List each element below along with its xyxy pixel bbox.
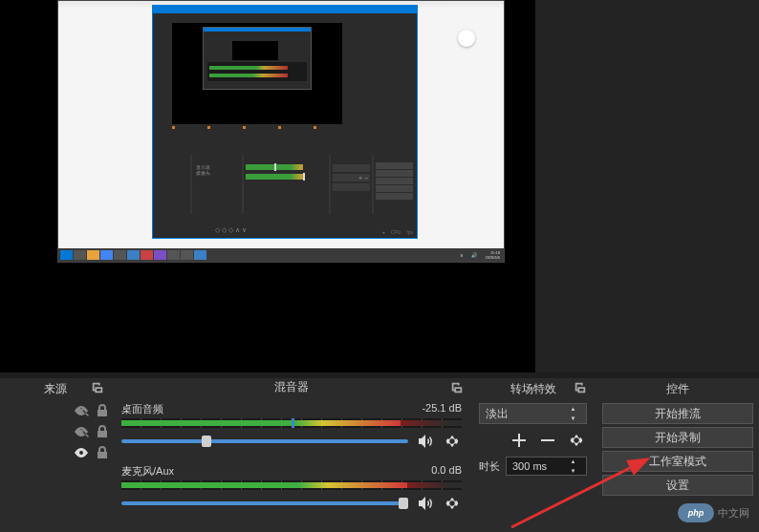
channel-level: -25.1 dB (422, 402, 462, 416)
nested-mixer-panel: 🔊 🔊 (244, 155, 330, 214)
mixer-title: 混音器 (274, 379, 309, 395)
chevron-up-icon[interactable]: ▲ (566, 404, 580, 414)
transitions-title: 转场特效 (510, 381, 556, 397)
controls-title: 控件 (666, 381, 689, 397)
channel-level: 0.0 dB (431, 464, 462, 479)
add-transition-button[interactable] (509, 430, 530, 451)
gear-icon[interactable] (443, 432, 462, 451)
nested-obs-window: 显示器 摄像头 🔊 🔊 (152, 5, 418, 239)
channel-name: 桌面音频 (121, 402, 163, 416)
slider-thumb[interactable] (399, 498, 408, 509)
chevron-up-icon[interactable]: ▲ (566, 457, 580, 466)
lock-icon[interactable] (95, 403, 110, 418)
dock-detach-icon[interactable] (91, 381, 106, 396)
mixer-header: 混音器 (114, 378, 469, 396)
audio-meter (121, 418, 462, 428)
start-recording-button[interactable]: 开始录制 (602, 427, 753, 448)
duration-value: 300 ms (512, 460, 547, 472)
watermark-text: 中文网 (718, 506, 749, 521)
right-dark-area (535, 0, 759, 372)
remove-transition-button[interactable] (537, 430, 558, 451)
sources-panel: 来源 (0, 378, 110, 532)
visibility-icon[interactable] (74, 403, 89, 418)
mixer-channel-desktop: 桌面音频 -25.1 dB (121, 402, 462, 451)
nested-taskbar: ∧🔊 15:18 2020/6/6 (58, 248, 504, 262)
transition-select[interactable]: 淡出 ▲ ▼ (479, 403, 587, 424)
nested-preview (172, 23, 342, 124)
nested-sources-panel: 显示器 摄像头 (192, 155, 242, 214)
preview-area: 显示器 摄像头 🔊 🔊 (0, 0, 535, 372)
speaker-icon[interactable] (416, 494, 435, 513)
mixer-panel: 混音器 桌面音频 -25.1 dB (114, 378, 469, 532)
nested-scenes-panel (155, 155, 190, 214)
embedded-desktop: 显示器 摄像头 🔊 🔊 (57, 0, 505, 263)
gear-icon[interactable] (566, 430, 587, 451)
bottom-dock: 来源 (0, 378, 759, 532)
user-avatar-badge (458, 30, 475, 47)
controls-header: 控件 (596, 378, 759, 399)
dock-detach-icon[interactable] (574, 381, 589, 396)
dock-detach-icon[interactable] (450, 381, 466, 396)
speaker-icon[interactable] (416, 432, 435, 451)
audio-meter (121, 480, 462, 490)
studio-mode-button[interactable]: 工作室模式 (602, 451, 753, 472)
chevron-down-icon[interactable]: ▼ (566, 466, 580, 476)
transitions-panel: 转场特效 淡出 ▲ ▼ (473, 378, 593, 532)
mixer-channel-mic: 麦克风/Aux 0.0 dB (121, 464, 462, 513)
start-streaming-button[interactable]: 开始推流 (602, 403, 753, 424)
transitions-header: 转场特效 (473, 378, 593, 399)
sources-header: 来源 (0, 378, 110, 399)
volume-slider[interactable] (121, 439, 408, 443)
chevron-down-icon[interactable]: ▼ (566, 414, 580, 423)
settings-button[interactable]: 设置 (602, 475, 753, 496)
nested-controls-panel (374, 155, 415, 214)
visibility-icon[interactable] (74, 445, 89, 460)
duration-label: 时长 (479, 459, 500, 474)
nested-transitions-panel: + − (331, 155, 372, 214)
gear-icon[interactable] (443, 494, 462, 513)
duration-input[interactable]: 300 ms ▲ ▼ (506, 457, 587, 476)
nested-titlebar (153, 6, 417, 13)
php-watermark: php 中文网 (678, 503, 749, 522)
transition-selected: 淡出 (486, 406, 509, 422)
lock-icon[interactable] (95, 424, 110, 439)
php-logo: php (678, 503, 714, 522)
sources-title: 来源 (44, 381, 67, 397)
visibility-icon[interactable] (74, 424, 89, 439)
lock-icon[interactable] (95, 445, 110, 460)
volume-slider[interactable] (121, 501, 408, 505)
slider-thumb[interactable] (202, 436, 211, 447)
channel-name: 麦克风/Aux (121, 464, 174, 479)
